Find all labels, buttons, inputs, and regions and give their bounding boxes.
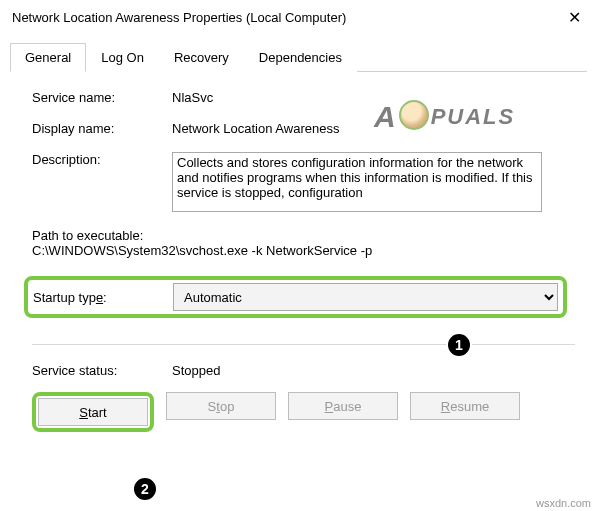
tab-strip: General Log On Recovery Dependencies [10,42,587,72]
value-service-status: Stopped [172,363,220,378]
label-service-status: Service status: [32,363,172,378]
tab-recovery[interactable]: Recovery [159,43,244,72]
tab-dependencies[interactable]: Dependencies [244,43,357,72]
value-display-name: Network Location Awareness [172,121,575,136]
pause-button: Pause [288,392,398,420]
panel-general: Service name: NlaSvc Display name: Netwo… [0,72,597,442]
stop-button: Stop [166,392,276,420]
startup-type-select[interactable]: Automatic [173,283,558,311]
titlebar: Network Location Awareness Properties (L… [0,0,597,34]
tab-logon[interactable]: Log On [86,43,159,72]
value-path: C:\WINDOWS\System32\svchost.exe -k Netwo… [32,243,575,258]
tab-general[interactable]: General [10,43,86,72]
label-service-name: Service name: [32,90,172,105]
highlight-startup: Startup type: Automatic [24,276,567,318]
start-button[interactable]: Start [38,398,148,426]
annotation-badge-1: 1 [446,332,472,358]
highlight-start: Start [32,392,154,432]
close-icon: ✕ [568,8,581,27]
resume-button: Resume [410,392,520,420]
close-button[interactable]: ✕ [551,0,597,34]
description-textarea[interactable] [172,152,542,212]
label-description: Description: [32,152,172,167]
window-title: Network Location Awareness Properties (L… [12,10,551,25]
separator [32,344,575,345]
label-display-name: Display name: [32,121,172,136]
label-startup-type: Startup type: [33,290,173,305]
annotation-badge-2: 2 [132,476,158,502]
label-path: Path to executable: [32,228,575,243]
footer-watermark: wsxdn.com [536,497,591,509]
value-service-name: NlaSvc [172,90,575,105]
service-button-row: Start Stop Pause Resume [32,392,575,432]
